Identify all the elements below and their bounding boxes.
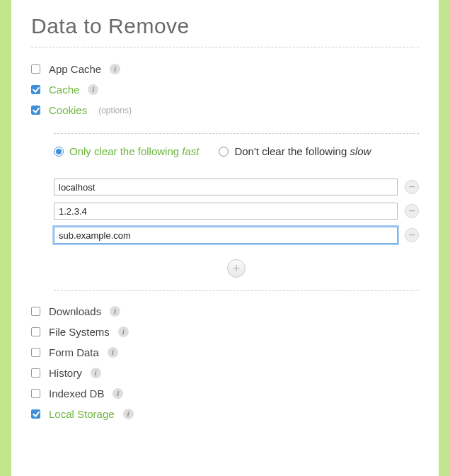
checkbox-app-cache[interactable] — [31, 64, 40, 74]
option-cache: Cache i — [31, 79, 419, 100]
settings-panel: Data to Remove App Cache i Cache i Cooki… — [11, 0, 439, 476]
clear-mode-group: Only clear the following fast Don't clea… — [54, 144, 419, 163]
label-downloads: Downloads — [49, 305, 101, 317]
label-cookies: Cookies — [49, 104, 87, 116]
info-icon[interactable]: i — [88, 84, 98, 95]
checkbox-local-storage[interactable] — [31, 409, 40, 419]
option-file-systems: File Systems i — [31, 322, 419, 342]
cookies-suboptions: Only clear the following fast Don't clea… — [54, 133, 419, 291]
info-icon[interactable]: i — [108, 347, 118, 358]
info-icon[interactable]: i — [112, 388, 123, 399]
radio-label-only: Only clear the following fast — [69, 145, 199, 157]
label-indexed-db: Indexed DB — [49, 387, 104, 400]
radio-dont-clear[interactable] — [219, 147, 229, 157]
divider — [54, 133, 419, 134]
domain-list: − − − — [54, 178, 419, 244]
checkbox-cookies[interactable] — [31, 106, 40, 115]
domain-input[interactable] — [54, 178, 398, 196]
checkbox-history[interactable] — [31, 368, 40, 378]
checkbox-cache[interactable] — [31, 85, 40, 94]
label-app-cache: App Cache — [49, 63, 101, 75]
domain-row: − — [54, 227, 419, 244]
remove-icon[interactable]: − — [405, 228, 419, 242]
option-cookies: Cookies (options) — [31, 100, 419, 120]
info-icon[interactable]: i — [91, 368, 101, 378]
checkbox-form-data[interactable] — [31, 348, 40, 357]
add-icon[interactable]: + — [227, 259, 246, 278]
checkbox-file-systems[interactable] — [31, 327, 40, 336]
divider — [54, 290, 419, 291]
label-form-data: Form Data — [49, 346, 99, 358]
label-local-storage: Local Storage — [49, 408, 115, 420]
remove-icon[interactable]: − — [405, 204, 419, 218]
page-title: Data to Remove — [31, 14, 419, 38]
domain-row: − — [54, 203, 419, 220]
option-indexed-db: Indexed DB i — [31, 383, 419, 404]
option-app-cache: App Cache i — [31, 59, 419, 79]
divider — [31, 47, 419, 47]
domain-input[interactable] — [54, 203, 398, 220]
label-file-systems: File Systems — [49, 326, 110, 338]
info-icon[interactable]: i — [110, 306, 120, 317]
info-icon[interactable]: i — [118, 327, 129, 337]
option-downloads: Downloads i — [31, 301, 419, 322]
options-hint[interactable]: (options) — [98, 106, 132, 115]
option-history: History i — [31, 363, 419, 383]
info-icon[interactable]: i — [123, 409, 134, 419]
remove-icon[interactable]: − — [405, 180, 419, 194]
checkbox-indexed-db[interactable] — [31, 389, 40, 398]
add-domain-wrap: + — [54, 259, 419, 278]
label-history: History — [49, 367, 82, 379]
domain-input[interactable] — [54, 227, 398, 244]
option-local-storage: Local Storage i — [31, 404, 419, 424]
domain-row: − — [54, 178, 419, 196]
option-form-data: Form Data i — [31, 342, 419, 363]
label-cache: Cache — [49, 84, 79, 96]
checkbox-downloads[interactable] — [31, 307, 40, 316]
radio-label-dont: Don't clear the following slow — [234, 145, 371, 157]
radio-only-clear[interactable] — [54, 147, 64, 157]
info-icon[interactable]: i — [110, 64, 120, 74]
